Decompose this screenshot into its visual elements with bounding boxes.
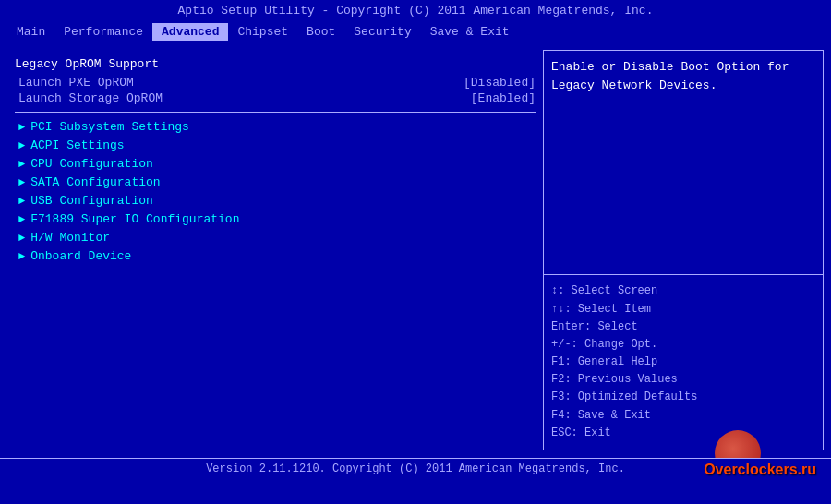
setting-label: Launch PXE OpROM [18, 76, 134, 90]
menu-item-performance[interactable]: Performance [54, 23, 152, 41]
title-text: Aptio Setup Utility - Copyright (C) 2011… [178, 4, 654, 18]
nav-items: ►PCI Subsystem Settings►ACPI Settings►CP… [15, 118, 536, 265]
menu-item-save--exit[interactable]: Save & Exit [421, 23, 519, 41]
nav-arrow: ► [18, 158, 25, 171]
nav-label: PCI Subsystem Settings [30, 120, 189, 134]
nav-item-usb-configuration[interactable]: ►USB Configuration [15, 192, 536, 210]
nav-item-acpi-settings[interactable]: ►ACPI Settings [15, 137, 536, 154]
nav-label: CPU Configuration [30, 157, 153, 171]
nav-arrow: ► [18, 121, 25, 134]
setting-row: Launch Storage OpROM[Enabled] [15, 90, 536, 106]
nav-item-cpu-configuration[interactable]: ►CPU Configuration [15, 155, 536, 173]
footer: Version 2.11.1210. Copyright (C) 2011 Am… [0, 458, 831, 484]
nav-arrow: ► [18, 232, 25, 245]
nav-item-onboard-device[interactable]: ►Onboard Device [15, 247, 536, 265]
nav-item-f71889-super-io-configuration[interactable]: ►F71889 Super IO Configuration [15, 210, 536, 228]
nav-item-pci-subsystem-settings[interactable]: ►PCI Subsystem Settings [15, 118, 536, 136]
main-content: Legacy OpROM Support Launch PXE OpROM[Di… [0, 42, 831, 458]
nav-arrow: ► [18, 213, 25, 226]
key-help-item: F1: General Help [551, 354, 815, 371]
nav-label: H/W Monitor [30, 231, 110, 245]
setting-label: Launch Storage OpROM [18, 91, 163, 105]
menu-item-boot[interactable]: Boot [297, 23, 344, 41]
menu-bar: MainPerformanceAdvancedChipsetBootSecuri… [0, 21, 831, 42]
key-help-item: +/-: Change Opt. [551, 336, 815, 354]
title-bar: Aptio Setup Utility - Copyright (C) 2011… [0, 0, 831, 21]
nav-label: Onboard Device [30, 249, 131, 263]
menu-item-advanced[interactable]: Advanced [152, 23, 228, 41]
key-help-item: F2: Previous Values [551, 371, 815, 389]
key-help-item: F4: Save & Exit [551, 407, 815, 425]
key-help-item: ↑↓: Select Item [551, 301, 815, 318]
key-help-item: Enter: Select [551, 318, 815, 336]
menu-item-chipset[interactable]: Chipset [228, 23, 297, 41]
nav-label: SATA Configuration [30, 175, 160, 189]
help-text: Enable or Disable Boot Option for Legacy… [544, 51, 823, 275]
key-help-item: F3: Optimized Defaults [551, 389, 815, 406]
nav-arrow: ► [18, 139, 25, 152]
nav-item-sata-configuration[interactable]: ►SATA Configuration [15, 174, 536, 191]
nav-label: F71889 Super IO Configuration [30, 212, 239, 226]
left-panel: Legacy OpROM Support Launch PXE OpROM[Di… [7, 50, 543, 450]
nav-item-hw-monitor[interactable]: ►H/W Monitor [15, 229, 536, 246]
nav-arrow: ► [18, 195, 25, 208]
setting-value: [Enabled] [471, 91, 536, 105]
menu-item-security[interactable]: Security [344, 23, 420, 41]
nav-arrow: ► [18, 250, 25, 263]
key-help-item: ESC: Exit [551, 425, 815, 442]
nav-arrow: ► [18, 176, 25, 189]
settings-rows: Launch PXE OpROM[Disabled]Launch Storage… [15, 75, 536, 106]
menu-item-main[interactable]: Main [7, 23, 54, 41]
footer-text: Version 2.11.1210. Copyright (C) 2011 Am… [206, 462, 625, 475]
key-help-item: ↕: Select Screen [551, 282, 815, 300]
section-header: Legacy OpROM Support [15, 57, 536, 71]
nav-label: USB Configuration [30, 194, 153, 208]
divider [15, 112, 536, 113]
setting-value: [Disabled] [464, 76, 536, 90]
nav-label: ACPI Settings [30, 138, 124, 152]
setting-row: Launch PXE OpROM[Disabled] [15, 75, 536, 90]
key-help: ↕: Select Screen↑↓: Select ItemEnter: Se… [544, 275, 823, 450]
right-panel: Enable or Disable Boot Option for Legacy… [543, 50, 824, 450]
